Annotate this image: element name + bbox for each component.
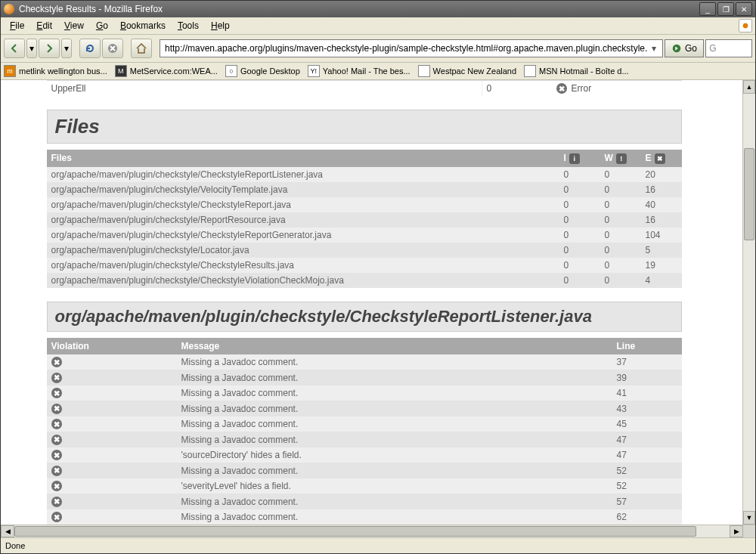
back-button[interactable]	[4, 39, 25, 58]
error-count: 16	[641, 182, 682, 197]
table-row: org/apache/maven/plugin/checkstyle/Check…	[47, 227, 682, 243]
table-row: ✖'severityLevel' hides a field.52	[47, 478, 682, 494]
file-link[interactable]: org/apache/maven/plugin/checkstyle/Check…	[51, 169, 324, 180]
bookmark-label: MetService.com:WEA...	[130, 67, 218, 76]
scrollbar-thumb[interactable]	[14, 526, 696, 537]
rule-row: UpperEll 0 ✖Error	[47, 80, 682, 96]
reload-button[interactable]	[79, 39, 101, 58]
violation-message: Missing a Javadoc comment.	[177, 494, 612, 509]
maximize-button[interactable]: ❐	[717, 2, 734, 16]
info-count: 0	[559, 227, 600, 243]
line-link[interactable]: 52	[617, 466, 627, 476]
rule-severity: Error	[572, 83, 592, 94]
file-link[interactable]: org/apache/maven/plugin/checkstyle/Veloc…	[51, 184, 288, 195]
menu-file[interactable]: File	[4, 19, 30, 32]
table-row: ✖Missing a Javadoc comment.47	[47, 432, 682, 447]
menu-bookmarks[interactable]: Bookmarks	[114, 19, 172, 32]
info-count: 0	[559, 182, 600, 197]
file-link[interactable]: org/apache/maven/plugin/checkstyle/Check…	[51, 200, 292, 210]
menu-view[interactable]: View	[58, 19, 90, 32]
col-message: Message	[177, 338, 612, 354]
bookmark-item[interactable]: Westpac New Zealand	[418, 65, 516, 77]
col-error: E✖	[641, 150, 682, 167]
menu-help[interactable]: Help	[205, 19, 236, 32]
line-link[interactable]: 39	[617, 373, 627, 383]
file-link[interactable]: org/apache/maven/plugin/checkstyle/Locat…	[51, 245, 249, 255]
violation-message: 'severityLevel' hides a field.	[177, 478, 612, 494]
go-icon	[671, 43, 682, 54]
file-link[interactable]: org/apache/maven/plugin/checkstyle/Check…	[51, 230, 332, 240]
forward-dropdown[interactable]: ▾	[61, 39, 72, 58]
close-button[interactable]: ✕	[736, 2, 752, 16]
bookmark-label: MSN Hotmail - Boîte d...	[539, 67, 629, 76]
file-link[interactable]: org/apache/maven/plugin/checkstyle/Check…	[51, 260, 295, 271]
back-dropdown[interactable]: ▾	[26, 39, 37, 58]
favicon-icon	[418, 65, 430, 77]
violation-message: Missing a Javadoc comment.	[177, 354, 612, 370]
table-row: org/apache/maven/plugin/checkstyle/Veloc…	[47, 182, 682, 197]
bookmark-item[interactable]: MSN Hotmail - Boîte d...	[524, 65, 629, 77]
line-link[interactable]: 47	[617, 435, 627, 445]
warning-count: 0	[600, 227, 641, 243]
bookmark-item[interactable]: mmetlink wellington bus...	[4, 65, 107, 77]
error-icon: ✖	[51, 481, 62, 491]
col-info: Ii	[559, 150, 600, 167]
info-icon: i	[569, 153, 580, 164]
line-link[interactable]: 45	[617, 419, 627, 429]
table-row: ✖Missing a Javadoc comment.52	[47, 463, 682, 478]
file-link[interactable]: org/apache/maven/plugin/checkstyle/Repor…	[51, 215, 286, 225]
bookmark-item[interactable]: Y!Yahoo! Mail - The bes...	[308, 65, 411, 77]
menu-edit[interactable]: Edit	[30, 19, 58, 32]
titlebar: Checkstyle Results - Mozilla Firefox _ ❐…	[1, 1, 755, 17]
table-row: ✖Missing a Javadoc comment.39	[47, 370, 682, 385]
file-link[interactable]: org/apache/maven/plugin/checkstyle/Check…	[51, 275, 344, 286]
line-link[interactable]: 41	[617, 388, 627, 398]
warning-count: 0	[600, 167, 641, 182]
error-count: 19	[641, 258, 682, 273]
rule-link[interactable]: UpperEll	[51, 83, 86, 94]
forward-button[interactable]	[39, 39, 60, 58]
line-link[interactable]: 57	[617, 497, 627, 507]
scroll-up-icon[interactable]: ▲	[743, 80, 755, 94]
col-line: Line	[612, 338, 682, 354]
error-count: 104	[641, 227, 682, 243]
error-icon: ✖	[51, 419, 62, 429]
url-input[interactable]	[163, 42, 649, 54]
table-row: ✖Missing a Javadoc comment.57	[47, 494, 682, 509]
table-row: org/apache/maven/plugin/checkstyle/Check…	[47, 258, 682, 273]
violations-table: Violation Message Line ✖Missing a Javado…	[47, 338, 682, 525]
url-bar[interactable]: ▾	[160, 39, 663, 57]
scrollbar-corner	[743, 525, 755, 537]
line-link[interactable]: 52	[617, 481, 627, 491]
warning-icon: !	[616, 153, 627, 164]
vertical-scrollbar[interactable]: ▲ ▼	[742, 80, 755, 525]
bookmark-item[interactable]: MMetService.com:WEA...	[115, 65, 218, 77]
line-link[interactable]: 47	[617, 450, 627, 460]
violation-message: Missing a Javadoc comment.	[177, 416, 612, 432]
line-link[interactable]: 62	[617, 512, 627, 522]
col-warn: W!	[600, 150, 641, 167]
scroll-left-icon[interactable]: ◀	[1, 525, 14, 537]
scroll-down-icon[interactable]: ▼	[743, 511, 755, 525]
menu-go[interactable]: Go	[90, 19, 114, 32]
go-button[interactable]: Go	[665, 39, 704, 57]
search-box[interactable]: G	[705, 39, 752, 57]
error-count: 4	[641, 273, 682, 288]
status-text: Done	[5, 541, 25, 550]
error-count: 40	[641, 197, 682, 212]
scroll-right-icon[interactable]: ▶	[730, 525, 743, 537]
table-row: org/apache/maven/plugin/checkstyle/Check…	[47, 167, 682, 182]
stop-button[interactable]	[102, 39, 123, 58]
horizontal-scrollbar[interactable]: ◀ ▶	[1, 525, 755, 537]
home-button[interactable]	[131, 39, 152, 58]
minimize-button[interactable]: _	[699, 2, 716, 16]
scrollbar-thumb[interactable]	[744, 148, 754, 240]
line-link[interactable]: 37	[617, 357, 627, 367]
page-content: UpperEll 0 ✖Error Files Files Ii W! E✖ o…	[1, 80, 742, 525]
menu-tools[interactable]: Tools	[172, 19, 205, 32]
url-dropdown-icon[interactable]: ▾	[649, 43, 659, 54]
search-engine-icon[interactable]: G	[706, 43, 720, 54]
bookmark-item[interactable]: ○Google Desktop	[225, 65, 300, 77]
line-link[interactable]: 43	[617, 404, 627, 414]
error-icon: ✖	[51, 357, 62, 367]
